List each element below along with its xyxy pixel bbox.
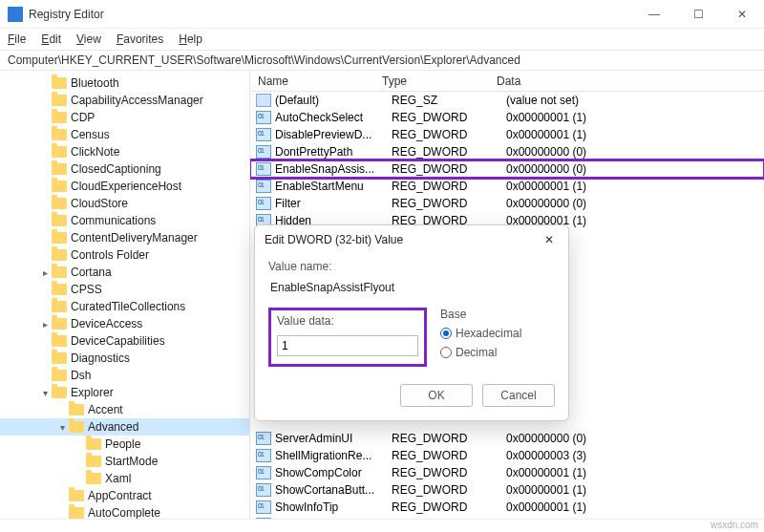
registry-value-row[interactable]: EnableStartMenuREG_DWORD0x00000001 (1) (250, 178, 764, 195)
tree-item-label: AutoComplete (88, 506, 160, 519)
registry-value-row[interactable]: ShellMigrationRe...REG_DWORD0x00000003 (… (250, 447, 764, 464)
tree-item[interactable]: Diagnostics (0, 350, 249, 367)
column-type[interactable]: Type (374, 74, 489, 88)
folder-icon (52, 387, 67, 398)
column-data[interactable]: Data (489, 74, 632, 88)
registry-value-row[interactable]: DisablePreviewD...REG_DWORD0x00000001 (1… (250, 126, 764, 143)
registry-value-row[interactable]: AutoCheckSelectREG_DWORD0x00000001 (1) (250, 109, 764, 126)
tree-item-label: Diagnostics (71, 351, 130, 365)
registry-value-row[interactable]: EnableSnapAssis...REG_DWORD0x00000000 (0… (250, 160, 764, 178)
tree-item[interactable]: Communications (0, 212, 249, 229)
value-icon (256, 162, 271, 176)
tree-item-label: Advanced (88, 420, 138, 434)
tree-item[interactable]: Controls Folder (0, 246, 249, 264)
tree-item[interactable]: Bluetooth (0, 74, 249, 92)
tree-item[interactable]: ▸Cortana (0, 264, 249, 281)
registry-value-row[interactable]: ShowCortanaButt...REG_DWORD0x00000001 (1… (250, 481, 764, 499)
menu-file[interactable]: File (8, 32, 26, 46)
registry-value-row[interactable]: (Default)REG_SZ(value not set) (250, 92, 764, 109)
expand-icon[interactable]: ▾ (55, 422, 69, 433)
folder-icon (52, 284, 67, 295)
value-data-input[interactable] (277, 335, 418, 356)
folder-icon (52, 215, 67, 226)
tree-item[interactable]: CuratedTileCollections (0, 298, 249, 315)
tree-item[interactable]: Census (0, 126, 249, 143)
value-icon (256, 449, 271, 462)
value-data: 0x00000001 (1) (506, 180, 649, 193)
tree-item[interactable]: CloudExperienceHost (0, 178, 249, 195)
radio-dec-row[interactable]: Decimal (440, 346, 521, 359)
value-data: 0x00000001 (1) (506, 483, 649, 497)
folder-icon (52, 370, 67, 381)
tree-item-label: CloudStore (71, 197, 128, 210)
tree-item[interactable]: People (0, 436, 249, 453)
expand-icon[interactable]: ▸ (38, 267, 52, 278)
tree-item-label: CPSS (71, 283, 102, 296)
tree-item-label: People (105, 437, 140, 451)
column-name[interactable]: Name (250, 74, 374, 88)
tree-item[interactable]: Accent (0, 401, 249, 418)
expand-icon[interactable]: ▾ (38, 388, 52, 398)
tree-item[interactable]: Dsh (0, 367, 249, 384)
radio-hex[interactable] (440, 328, 452, 339)
value-type: REG_DWORD (392, 128, 506, 141)
status-strip (0, 519, 764, 532)
tree-item[interactable]: CapabilityAccessManager (0, 92, 249, 109)
expand-icon[interactable]: ▸ (38, 319, 52, 330)
tree-item[interactable]: CDP (0, 109, 249, 126)
tree-item[interactable]: CloudStore (0, 195, 249, 212)
value-name: (Default) (275, 94, 392, 107)
cancel-button[interactable]: Cancel (482, 384, 555, 407)
radio-hex-row[interactable]: Hexadecimal (440, 327, 521, 340)
value-icon (256, 145, 271, 159)
tree-item[interactable]: DeviceCapabilities (0, 332, 249, 350)
tree-item[interactable]: ContentDeliveryManager (0, 229, 249, 246)
folder-icon (52, 318, 67, 330)
folder-icon (52, 301, 67, 312)
registry-value-row[interactable]: FilterREG_DWORD0x00000000 (0) (250, 195, 764, 212)
address-bar[interactable]: Computer\HKEY_CURRENT_USER\Software\Micr… (0, 50, 764, 71)
folder-icon (52, 112, 67, 123)
tree-item[interactable]: ▾Explorer (0, 384, 249, 401)
close-button[interactable]: ✕ (720, 0, 764, 29)
dialog-title: Edit DWORD (32-bit) Value (265, 233, 403, 246)
tree-item-label: CloudExperienceHost (71, 180, 181, 193)
menu-help[interactable]: Help (179, 32, 202, 46)
menubar: File Edit View Favorites Help (0, 29, 764, 50)
tree-item-label: CDP (71, 111, 95, 124)
value-type: REG_DWORD (392, 162, 506, 176)
value-data: 0x00000001 (1) (506, 466, 649, 479)
value-type: REG_DWORD (392, 197, 506, 210)
tree-item[interactable]: Xaml (0, 470, 249, 487)
value-icon (256, 94, 271, 107)
value-icon (256, 128, 271, 141)
dialog-close-button[interactable]: ✕ (540, 233, 559, 246)
tree-pane[interactable]: BluetoothCapabilityAccessManagerCDPCensu… (0, 71, 250, 519)
tree-item-label: DeviceAccess (71, 317, 142, 330)
folder-icon (52, 95, 67, 106)
menu-view[interactable]: View (76, 32, 101, 46)
tree-item[interactable]: AutoComplete (0, 504, 249, 519)
registry-value-row[interactable]: ServerAdminUIREG_DWORD0x00000000 (0) (250, 430, 764, 447)
tree-item[interactable]: ▸DeviceAccess (0, 315, 249, 332)
tree-item[interactable]: ▾Advanced (0, 418, 249, 436)
registry-value-row[interactable]: ShowInfoTipREG_DWORD0x00000001 (1) (250, 499, 764, 516)
tree-item[interactable]: ClickNote (0, 143, 249, 160)
value-type: REG_DWORD (392, 466, 506, 479)
ok-button[interactable]: OK (400, 384, 473, 407)
value-name: EnableStartMenu (275, 180, 392, 193)
menu-favorites[interactable]: Favorites (117, 32, 163, 46)
registry-value-row[interactable]: ShowCompColorREG_DWORD0x00000001 (1) (250, 464, 764, 481)
maximize-button[interactable]: ☐ (676, 0, 720, 29)
menu-edit[interactable]: Edit (41, 32, 61, 46)
tree-item[interactable]: CPSS (0, 281, 249, 298)
window-controls: — ☐ ✕ (632, 0, 764, 29)
tree-item[interactable]: StartMode (0, 453, 249, 470)
tree-item[interactable]: ClosedCaptioning (0, 160, 249, 178)
value-icon (256, 197, 271, 210)
folder-icon (52, 232, 67, 244)
registry-value-row[interactable]: DontPrettyPathREG_DWORD0x00000000 (0) (250, 143, 764, 160)
radio-dec[interactable] (440, 347, 452, 358)
tree-item[interactable]: AppContract (0, 487, 249, 504)
minimize-button[interactable]: — (632, 0, 676, 29)
